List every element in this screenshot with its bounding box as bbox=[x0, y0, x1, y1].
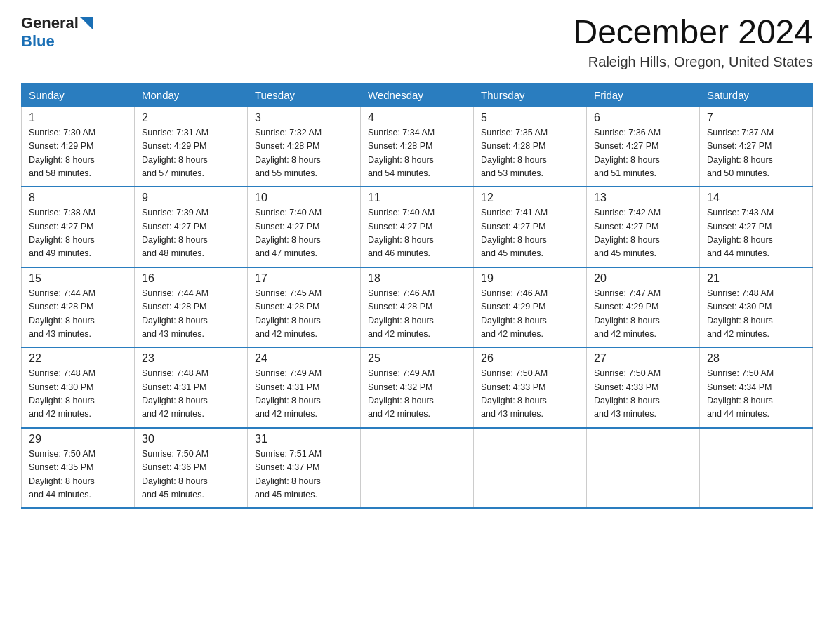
calendar-subtitle: Raleigh Hills, Oregon, United States bbox=[573, 54, 813, 70]
day-cell-27: 27 Sunrise: 7:50 AM Sunset: 4:33 PM Dayl… bbox=[587, 347, 700, 428]
day-cell-12: 12 Sunrise: 7:41 AM Sunset: 4:27 PM Dayl… bbox=[474, 187, 587, 267]
day-number: 21 bbox=[707, 272, 805, 285]
empty-cell-w4-d3 bbox=[361, 428, 474, 509]
day-cell-17: 17 Sunrise: 7:45 AM Sunset: 4:28 PM Dayl… bbox=[248, 267, 361, 348]
day-number: 16 bbox=[142, 272, 240, 285]
day-info: Sunrise: 7:47 AM Sunset: 4:29 PM Dayligh… bbox=[594, 287, 692, 342]
day-number: 10 bbox=[255, 192, 353, 204]
day-number: 31 bbox=[255, 433, 353, 445]
day-cell-4: 4 Sunrise: 7:34 AM Sunset: 4:28 PM Dayli… bbox=[361, 107, 474, 187]
empty-cell-w4-d5 bbox=[587, 428, 700, 509]
day-info: Sunrise: 7:50 AM Sunset: 4:35 PM Dayligh… bbox=[29, 448, 127, 502]
day-number: 7 bbox=[707, 112, 805, 124]
title-section: December 2024 Raleigh Hills, Oregon, Uni… bbox=[573, 14, 813, 70]
day-info: Sunrise: 7:50 AM Sunset: 4:36 PM Dayligh… bbox=[142, 448, 240, 502]
day-number: 30 bbox=[142, 433, 240, 445]
day-cell-16: 16 Sunrise: 7:44 AM Sunset: 4:28 PM Dayl… bbox=[135, 267, 248, 348]
day-number: 3 bbox=[255, 112, 353, 124]
day-cell-15: 15 Sunrise: 7:44 AM Sunset: 4:28 PM Dayl… bbox=[22, 267, 135, 348]
header-saturday: Saturday bbox=[700, 83, 813, 107]
header-friday: Friday bbox=[587, 83, 700, 107]
day-info: Sunrise: 7:41 AM Sunset: 4:27 PM Dayligh… bbox=[481, 206, 579, 261]
day-number: 2 bbox=[142, 112, 240, 124]
day-info: Sunrise: 7:50 AM Sunset: 4:33 PM Dayligh… bbox=[594, 367, 692, 422]
day-info: Sunrise: 7:42 AM Sunset: 4:27 PM Dayligh… bbox=[594, 206, 692, 261]
day-cell-31: 31 Sunrise: 7:51 AM Sunset: 4:37 PM Dayl… bbox=[248, 428, 361, 509]
week-row-2: 8 Sunrise: 7:38 AM Sunset: 4:27 PM Dayli… bbox=[22, 187, 813, 267]
day-cell-13: 13 Sunrise: 7:42 AM Sunset: 4:27 PM Dayl… bbox=[587, 187, 700, 267]
day-cell-3: 3 Sunrise: 7:32 AM Sunset: 4:28 PM Dayli… bbox=[248, 107, 361, 187]
day-number: 1 bbox=[29, 112, 127, 124]
header-wednesday: Wednesday bbox=[361, 83, 474, 107]
header-sunday: Sunday bbox=[22, 83, 135, 107]
calendar-table: SundayMondayTuesdayWednesdayThursdayFrid… bbox=[21, 83, 813, 509]
day-info: Sunrise: 7:37 AM Sunset: 4:27 PM Dayligh… bbox=[707, 126, 805, 181]
day-info: Sunrise: 7:38 AM Sunset: 4:27 PM Dayligh… bbox=[29, 206, 127, 261]
day-cell-22: 22 Sunrise: 7:48 AM Sunset: 4:30 PM Dayl… bbox=[22, 347, 135, 428]
day-number: 18 bbox=[368, 272, 466, 285]
day-cell-5: 5 Sunrise: 7:35 AM Sunset: 4:28 PM Dayli… bbox=[474, 107, 587, 187]
day-cell-6: 6 Sunrise: 7:36 AM Sunset: 4:27 PM Dayli… bbox=[587, 107, 700, 187]
empty-cell-w4-d6 bbox=[700, 428, 813, 509]
day-number: 9 bbox=[142, 192, 240, 204]
day-cell-23: 23 Sunrise: 7:48 AM Sunset: 4:31 PM Dayl… bbox=[135, 347, 248, 428]
day-info: Sunrise: 7:32 AM Sunset: 4:28 PM Dayligh… bbox=[255, 126, 353, 181]
day-number: 29 bbox=[29, 433, 127, 445]
day-number: 26 bbox=[481, 352, 579, 365]
day-info: Sunrise: 7:48 AM Sunset: 4:30 PM Dayligh… bbox=[707, 287, 805, 342]
day-info: Sunrise: 7:44 AM Sunset: 4:28 PM Dayligh… bbox=[29, 287, 127, 342]
day-cell-29: 29 Sunrise: 7:50 AM Sunset: 4:35 PM Dayl… bbox=[22, 428, 135, 509]
day-number: 14 bbox=[707, 192, 805, 204]
day-number: 24 bbox=[255, 352, 353, 365]
page-header: General Blue December 2024 Raleigh Hills… bbox=[21, 14, 813, 70]
day-number: 6 bbox=[594, 112, 692, 124]
day-cell-24: 24 Sunrise: 7:49 AM Sunset: 4:31 PM Dayl… bbox=[248, 347, 361, 428]
calendar-header-row: SundayMondayTuesdayWednesdayThursdayFrid… bbox=[22, 83, 813, 107]
day-number: 28 bbox=[707, 352, 805, 365]
day-cell-20: 20 Sunrise: 7:47 AM Sunset: 4:29 PM Dayl… bbox=[587, 267, 700, 348]
day-info: Sunrise: 7:43 AM Sunset: 4:27 PM Dayligh… bbox=[707, 206, 805, 261]
day-number: 20 bbox=[594, 272, 692, 285]
header-thursday: Thursday bbox=[474, 83, 587, 107]
day-number: 25 bbox=[368, 352, 466, 365]
logo-triangle-icon bbox=[80, 17, 93, 29]
day-info: Sunrise: 7:50 AM Sunset: 4:34 PM Dayligh… bbox=[707, 367, 805, 422]
day-number: 27 bbox=[594, 352, 692, 365]
svg-marker-0 bbox=[80, 17, 93, 29]
day-info: Sunrise: 7:46 AM Sunset: 4:29 PM Dayligh… bbox=[481, 287, 579, 342]
day-number: 12 bbox=[481, 192, 579, 204]
day-info: Sunrise: 7:40 AM Sunset: 4:27 PM Dayligh… bbox=[255, 206, 353, 261]
day-info: Sunrise: 7:30 AM Sunset: 4:29 PM Dayligh… bbox=[29, 126, 127, 181]
day-cell-2: 2 Sunrise: 7:31 AM Sunset: 4:29 PM Dayli… bbox=[135, 107, 248, 187]
day-number: 11 bbox=[368, 192, 466, 204]
logo: General Blue bbox=[21, 14, 93, 51]
day-cell-21: 21 Sunrise: 7:48 AM Sunset: 4:30 PM Dayl… bbox=[700, 267, 813, 348]
day-number: 22 bbox=[29, 352, 127, 365]
day-number: 13 bbox=[594, 192, 692, 204]
day-number: 15 bbox=[29, 272, 127, 285]
week-row-4: 22 Sunrise: 7:48 AM Sunset: 4:30 PM Dayl… bbox=[22, 347, 813, 428]
logo-text-general: General bbox=[21, 14, 79, 32]
header-tuesday: Tuesday bbox=[248, 83, 361, 107]
day-number: 23 bbox=[142, 352, 240, 365]
day-info: Sunrise: 7:40 AM Sunset: 4:27 PM Dayligh… bbox=[368, 206, 466, 261]
day-info: Sunrise: 7:35 AM Sunset: 4:28 PM Dayligh… bbox=[481, 126, 579, 181]
day-info: Sunrise: 7:39 AM Sunset: 4:27 PM Dayligh… bbox=[142, 206, 240, 261]
day-info: Sunrise: 7:48 AM Sunset: 4:30 PM Dayligh… bbox=[29, 367, 127, 422]
day-cell-18: 18 Sunrise: 7:46 AM Sunset: 4:28 PM Dayl… bbox=[361, 267, 474, 348]
day-number: 19 bbox=[481, 272, 579, 285]
week-row-1: 1 Sunrise: 7:30 AM Sunset: 4:29 PM Dayli… bbox=[22, 107, 813, 187]
day-info: Sunrise: 7:31 AM Sunset: 4:29 PM Dayligh… bbox=[142, 126, 240, 181]
day-info: Sunrise: 7:36 AM Sunset: 4:27 PM Dayligh… bbox=[594, 126, 692, 181]
day-cell-7: 7 Sunrise: 7:37 AM Sunset: 4:27 PM Dayli… bbox=[700, 107, 813, 187]
day-info: Sunrise: 7:49 AM Sunset: 4:32 PM Dayligh… bbox=[368, 367, 466, 422]
day-cell-9: 9 Sunrise: 7:39 AM Sunset: 4:27 PM Dayli… bbox=[135, 187, 248, 267]
day-info: Sunrise: 7:34 AM Sunset: 4:28 PM Dayligh… bbox=[368, 126, 466, 181]
day-info: Sunrise: 7:51 AM Sunset: 4:37 PM Dayligh… bbox=[255, 448, 353, 502]
day-info: Sunrise: 7:45 AM Sunset: 4:28 PM Dayligh… bbox=[255, 287, 353, 342]
day-cell-19: 19 Sunrise: 7:46 AM Sunset: 4:29 PM Dayl… bbox=[474, 267, 587, 348]
day-cell-8: 8 Sunrise: 7:38 AM Sunset: 4:27 PM Dayli… bbox=[22, 187, 135, 267]
header-monday: Monday bbox=[135, 83, 248, 107]
day-number: 8 bbox=[29, 192, 127, 204]
day-info: Sunrise: 7:46 AM Sunset: 4:28 PM Dayligh… bbox=[368, 287, 466, 342]
